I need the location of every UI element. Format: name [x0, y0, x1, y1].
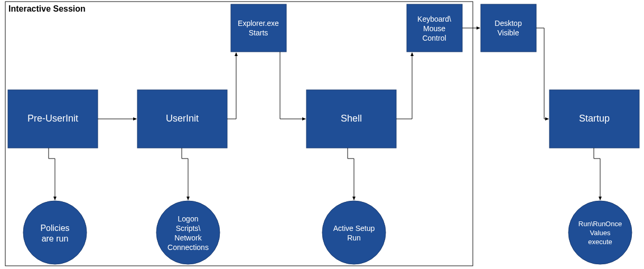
logon-line1: Logon: [178, 215, 199, 223]
box-userinit: UserInit: [137, 90, 227, 148]
svg-point-8: [156, 201, 220, 264]
runonce-line2: Values: [590, 229, 611, 237]
logon-line4: Connections: [167, 243, 209, 252]
desktop-line2: Visible: [498, 29, 519, 37]
box-desktop-visible: Desktop Visible: [481, 4, 536, 52]
box-keyboard-mouse-control: Keyboard\ Mouse Control: [407, 4, 462, 52]
container-title: Interactive Session: [8, 4, 86, 13]
keyboard-line2: Mouse: [423, 24, 445, 33]
interactive-session-diagram: Interactive Session Pre-UserInit UserIni…: [0, 0, 644, 269]
box-shell: Shell: [306, 90, 396, 148]
arrow-startup-to-runonce: [594, 148, 600, 200]
box-userinit-label: UserInit: [166, 113, 199, 124]
svg-point-9: [322, 201, 386, 264]
explorer-line2: Starts: [249, 29, 268, 37]
arrow-explorer-to-shell: [280, 52, 305, 119]
explorer-line1: Explorer.exe: [238, 19, 279, 27]
box-preuserinit-label: Pre-UserInit: [27, 113, 78, 124]
arrow-desktop-to-startup: [536, 28, 548, 119]
box-startup-label: Startup: [579, 113, 610, 124]
box-shell-label: Shell: [341, 113, 362, 124]
desktop-line1: Desktop: [494, 19, 522, 27]
arrow-userinit-to-explorer: [227, 53, 236, 119]
active-line2: Run: [347, 234, 361, 242]
arrow-userinit-to-logon: [182, 148, 188, 200]
keyboard-line3: Control: [422, 34, 446, 42]
arrow-shell-to-keyboard: [396, 53, 412, 119]
circle-active-setup: Active Setup Run: [322, 201, 386, 264]
arrow-shell-to-activesetup: [348, 148, 354, 200]
logon-line2: Scripts\: [176, 224, 201, 233]
box-explorer-starts: Explorer.exe Starts: [231, 4, 286, 52]
box-preuserinit: Pre-UserInit: [8, 90, 98, 148]
circle-run-runonce: Run\RunOnce Values execute: [568, 201, 632, 264]
circle-policies: Policies are run: [23, 201, 87, 264]
policies-line2: are run: [42, 234, 69, 243]
keyboard-line1: Keyboard\: [417, 15, 451, 23]
box-startup: Startup: [549, 90, 639, 148]
active-line1: Active Setup: [333, 224, 375, 233]
logon-line3: Network: [174, 234, 202, 242]
runonce-line1: Run\RunOnce: [578, 220, 622, 228]
policies-line1: Policies: [40, 224, 69, 233]
runonce-line3: execute: [588, 238, 612, 246]
arrow-preuserinit-to-policies: [49, 148, 55, 200]
circle-logon-scripts: Logon Scripts\ Network Connections: [156, 201, 220, 264]
